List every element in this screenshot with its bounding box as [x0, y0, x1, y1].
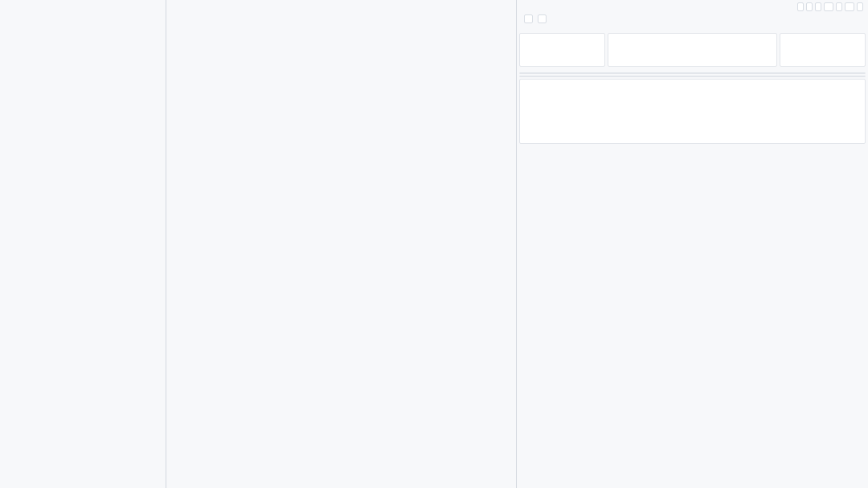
attributes-panel — [519, 72, 866, 74]
window-pgbouncer-overview — [0, 0, 166, 488]
panel-relation-kind — [780, 33, 866, 67]
settings-icon[interactable] — [815, 2, 821, 11]
relation-cards-row — [519, 33, 866, 67]
save-icon[interactable] — [806, 2, 813, 11]
tv-mode-icon[interactable] — [857, 2, 863, 11]
panels-icon[interactable] — [797, 2, 804, 11]
section-catalog[interactable] — [519, 24, 866, 32]
variable-select-instance[interactable] — [524, 14, 533, 23]
desktop — [0, 0, 868, 488]
catalog-header — [519, 1, 866, 13]
relation-size-panel — [519, 79, 866, 144]
indexes-panel — [519, 76, 866, 77]
window-pg-table-catalog — [517, 0, 868, 488]
refresh-button[interactable] — [845, 2, 854, 11]
variables-row — [519, 13, 866, 24]
window-pgbouncer-charts — [166, 0, 517, 488]
time-range-picker[interactable] — [824, 2, 833, 11]
panel-namespace-schema — [519, 33, 605, 67]
panel-relation — [608, 33, 778, 67]
relation-size-treemap — [522, 80, 863, 141]
variable-select-relation[interactable] — [538, 14, 547, 23]
zoom-out-icon[interactable] — [836, 2, 842, 11]
